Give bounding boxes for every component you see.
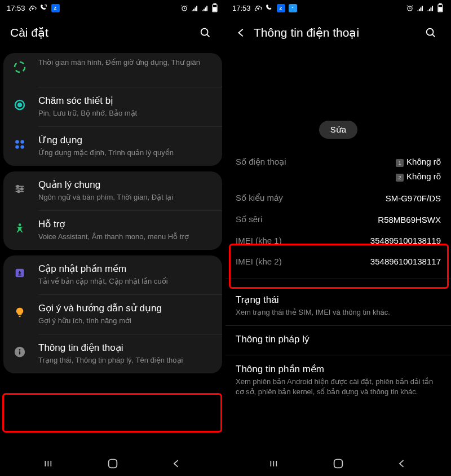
svg-point-18 [19,349,21,351]
settings-item-about-phone[interactable]: Thông tin điện thoại Trạng thái, Thông t… [3,334,222,373]
app-icon-download [289,4,297,12]
page-title: Cài đặt [10,26,195,39]
item-subtitle: Tải về bản cập nhật, Cập nhật lần cuối [38,276,213,287]
signal-icon [191,4,198,12]
screen-settings: 17:53 Z Cài đặt [0,0,226,476]
nav-back[interactable] [160,455,193,473]
section-title: Trạng thái [236,294,441,306]
page-title: Thông tin điện thoại [254,26,421,39]
svg-rect-19 [19,351,20,355]
alarm-icon [180,4,188,12]
about-content: Sửa Số điện thoại 1Không rõ 2Không rõ Số… [226,53,451,451]
svg-point-15 [19,223,21,226]
search-button[interactable] [195,23,215,43]
settings-list: Thời gian màn hình, Đếm giờ ứng dụng, Th… [0,53,226,451]
signal-icon-2 [426,4,434,12]
devicecare-icon [11,96,28,113]
section-subtitle: Xem phiên bản Android hiện được cài đặt,… [236,377,441,397]
svg-point-25 [427,29,434,36]
edit-button[interactable]: Sửa [319,121,357,139]
battery-icon [211,4,219,12]
nav-back[interactable] [385,455,419,473]
section-status[interactable]: Trạng thái Xem trạng thái thẻ SIM, IMEI … [226,286,451,325]
svg-point-12 [17,185,19,187]
section-title: Thông tin pháp lý [236,334,441,345]
svg-rect-2 [214,4,216,5]
svg-point-4 [201,29,208,36]
nav-recents[interactable] [258,455,291,473]
navbar [0,451,226,476]
settings-item-tips[interactable]: Gợi ý và hướng dẫn sử dụng Gợi ý hữu ích… [3,295,222,334]
settings-item-wellbeing[interactable]: Thời gian màn hình, Đếm giờ ứng dụng, Th… [3,53,222,87]
svg-point-10 [15,145,19,148]
screen-about-phone: 17:53 Z [226,0,451,476]
call-fwd-icon [266,4,273,12]
info-value: 354895100138119 [370,236,441,245]
item-title: Chăm sóc thiết bị [38,95,213,107]
svg-point-9 [20,140,24,143]
item-title: Hỗ trợ [38,219,213,230]
statusbar: 17:53 Z [0,0,226,16]
general-icon [11,180,28,197]
info-label: Số sêri [236,214,262,224]
info-value: R58MB69HSWX [378,215,441,224]
statusbar-time: 17:53 [232,4,251,12]
nav-home[interactable] [96,455,130,473]
wellbeing-icon [11,59,28,76]
settings-group-device: Thời gian màn hình, Đếm giờ ứng dụng, Th… [3,53,222,166]
item-subtitle: Trạng thái, Thông tin pháp lý, Tên điện … [38,355,213,365]
section-software[interactable]: Thông tin phần mềm Xem phiên bản Android… [226,355,451,405]
item-title: Gợi ý và hướng dẫn sử dụng [38,303,213,314]
header: Cài đặt [0,16,226,53]
edit-row: Sửa [226,121,451,139]
item-subtitle: Pin, Lưu trữ, Bộ nhớ, Bảo mật [38,108,213,118]
update-icon [11,265,28,281]
info-value: 354896100138117 [370,257,441,266]
item-subtitle: Ứng dụng mặc định, Trình quản lý quyền [38,148,213,158]
svg-rect-3 [213,7,216,11]
navbar [226,451,451,476]
svg-point-11 [20,145,24,148]
settings-item-apps[interactable]: Ứng dụng Ứng dụng mặc định, Trình quản l… [3,127,222,166]
svg-rect-24 [439,7,442,11]
cloud-upload-icon [254,4,262,12]
item-title: Cập nhật phần mềm [38,263,213,275]
search-button[interactable] [421,23,441,43]
info-label: Số kiểu máy [236,193,283,203]
item-subtitle: Ngôn ngữ và bàn phím, Thời gian, Đặt lại [38,192,213,202]
info-row-serial: Số sêri R58MB69HSWX [226,209,451,230]
settings-item-update[interactable]: Cập nhật phần mềm Tải về bản cập nhật, C… [3,255,222,294]
settings-item-accessibility[interactable]: Hỗ trợ Voice Assistant, Âm thanh mono, m… [3,211,222,250]
svg-rect-26 [334,460,343,468]
info-value-sim1: Không rõ [406,157,441,166]
svg-rect-23 [439,4,441,5]
nav-recents[interactable] [32,455,66,473]
item-subtitle: Thời gian màn hình, Đếm giờ ứng dụng, Th… [38,58,213,68]
alarm-icon [406,4,414,12]
tips-icon [11,304,28,321]
svg-point-13 [21,188,23,190]
sim-badge-2: 2 [396,174,404,182]
statusbar: 17:53 Z [226,0,451,16]
section-legal[interactable]: Thông tin pháp lý [226,326,451,355]
accessibility-icon [11,220,28,237]
signal-icon-2 [201,4,209,12]
info-row-imei2: IMEI (khe 2) 354896100138117 [226,251,451,272]
nav-home[interactable] [321,455,355,473]
info-row-imei1: IMEI (khe 1) 354895100138119 [226,230,451,251]
settings-group-about: Cập nhật phần mềm Tải về bản cập nhật, C… [3,255,222,373]
call-fwd-icon [40,4,48,12]
settings-item-devicecare[interactable]: Chăm sóc thiết bị Pin, Lưu trữ, Bộ nhớ, … [3,87,222,126]
info-value: SM-G970F/DS [386,193,441,203]
item-subtitle: Voice Assistant, Âm thanh mono, menu Hỗ … [38,232,213,242]
back-button[interactable] [231,23,251,43]
info-value-sim2: Không rõ [406,171,441,181]
apps-icon [11,136,28,153]
svg-point-7 [18,103,21,107]
info-label: Số điện thoại [236,157,286,167]
section-title: Thông tin phần mềm [236,363,441,375]
svg-point-8 [15,140,19,143]
app-icon: Z [51,4,60,12]
item-title: Ứng dụng [38,135,213,146]
settings-item-general[interactable]: Quản lý chung Ngôn ngữ và bàn phím, Thời… [3,171,222,210]
